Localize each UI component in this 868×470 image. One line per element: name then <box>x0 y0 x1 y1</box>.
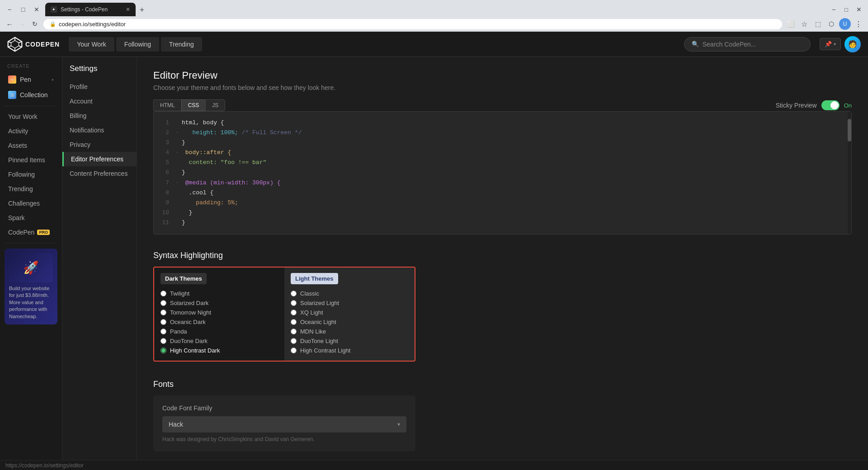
search-placeholder: Search CodePen... <box>703 41 756 48</box>
settings-nav-profile[interactable]: Profile <box>62 80 137 94</box>
theme-solarized-light[interactable]: Solarized Light <box>291 298 408 308</box>
theme-twilight-radio[interactable] <box>160 291 166 296</box>
sidebar-toggle-button[interactable]: ⬡ <box>826 18 837 30</box>
theme-classic-radio[interactable] <box>291 291 297 296</box>
win-minimize-button[interactable]: − <box>828 4 839 15</box>
sidebar-item-codepen[interactable]: CodePen PRO <box>5 226 57 239</box>
theme-high-contrast-light-radio[interactable] <box>291 348 297 353</box>
favorites-button[interactable]: ☆ <box>798 18 810 30</box>
html-tab-button[interactable]: HTML <box>153 99 181 111</box>
theme-panda[interactable]: Panda <box>160 327 278 336</box>
code-line-10: 10 } <box>161 208 844 218</box>
line-dot: · <box>175 128 179 138</box>
theme-oceanic-light[interactable]: Oceanic Light <box>291 317 408 327</box>
profile-avatar[interactable]: U <box>839 18 851 30</box>
line-num: 11 <box>161 218 169 228</box>
address-bar[interactable]: 🔒 codepen.io/settings/editor <box>43 19 782 29</box>
tab-title: Settings - CodePen <box>61 6 108 13</box>
sidebar-item-trending[interactable]: Trending <box>5 182 57 196</box>
pen-create-button[interactable]: ✏ Pen ▾ <box>5 72 57 87</box>
search-bar[interactable]: 🔍 Search CodePen... <box>684 37 811 52</box>
win-close-button[interactable]: ✕ <box>854 4 864 15</box>
tab-trending[interactable]: Trending <box>161 37 202 52</box>
win-restore-button[interactable]: □ <box>841 4 852 15</box>
theme-tomorrow-night[interactable]: Tomorrow Night <box>160 308 278 317</box>
theme-high-contrast-dark-radio[interactable] <box>160 348 166 353</box>
theme-solarized-light-radio[interactable] <box>291 300 297 306</box>
tab-your-work[interactable]: Your Work <box>69 37 114 52</box>
line-code: .cool { <box>182 188 213 198</box>
line-dot: · <box>175 148 179 158</box>
theme-oceanic-light-radio[interactable] <box>291 319 297 325</box>
codepen-logo[interactable]: CODEPEN <box>7 37 60 52</box>
sidebar-item-your-work[interactable]: Your Work <box>5 110 57 123</box>
sidebar-item-following[interactable]: Following <box>5 168 57 181</box>
address-bar-row: ← → ↻ 🔒 codepen.io/settings/editor ⬜ ☆ ⬚… <box>0 16 868 32</box>
sidebar-item-spark[interactable]: Spark <box>5 211 57 225</box>
code-font-label: Code Font Family <box>162 404 406 412</box>
settings-nav-billing[interactable]: Billing <box>62 108 137 123</box>
css-tab-button[interactable]: CSS <box>181 99 206 111</box>
theme-tomorrow-night-label: Tomorrow Night <box>170 309 211 316</box>
pin-button[interactable]: 📌 ▾ <box>820 38 841 50</box>
code-line-4: 4 · body::after { <box>161 148 844 158</box>
line-code: html, body { <box>182 118 224 128</box>
reload-button[interactable]: ↻ <box>29 18 41 30</box>
theme-mdn-like-radio[interactable] <box>291 329 297 334</box>
minimize-button[interactable]: − <box>4 4 15 15</box>
settings-nav-content-preferences[interactable]: Content Preferences <box>62 166 137 181</box>
js-tab-button[interactable]: JS <box>205 99 225 111</box>
maximize-button[interactable]: □ <box>17 4 29 15</box>
code-line-1: 1 html, body { <box>161 118 844 128</box>
theme-xq-light[interactable]: XQ Light <box>291 308 408 317</box>
ad-banner[interactable]: 🚀 Build your website for just $3.88/mth.… <box>5 249 57 324</box>
toggle-switch[interactable] <box>821 100 840 110</box>
settings-nav-privacy[interactable]: Privacy <box>62 137 137 152</box>
font-select-wrapper[interactable]: Hack ▾ <box>162 416 406 432</box>
theme-panda-radio[interactable] <box>160 329 166 334</box>
forward-button[interactable]: → <box>16 18 28 30</box>
user-avatar[interactable]: 🧑 <box>844 36 861 52</box>
settings-nav-account[interactable]: Account <box>62 94 137 108</box>
tab-following[interactable]: Following <box>116 37 159 52</box>
pen-label: Pen <box>20 76 31 83</box>
theme-mdn-like[interactable]: MDN Like <box>291 327 408 336</box>
settings-nav-notifications[interactable]: Notifications <box>62 123 137 137</box>
close-button[interactable]: ✕ <box>31 4 42 15</box>
scrollbar-track[interactable] <box>848 112 851 234</box>
sidebar-item-challenges[interactable]: Challenges <box>5 197 57 210</box>
sidebar-item-pinned-items[interactable]: Pinned Items <box>5 153 57 167</box>
sidebar-item-assets[interactable]: Assets <box>5 139 57 152</box>
line-code: } <box>182 138 185 148</box>
theme-xq-light-radio[interactable] <box>291 310 297 315</box>
tab-close-icon[interactable]: ✕ <box>126 6 130 13</box>
collection-create-button[interactable]: ⊞ Collection <box>5 88 57 102</box>
settings-nav-editor-preferences[interactable]: Editor Preferences <box>62 152 137 166</box>
line-num: 2 <box>161 128 169 138</box>
theme-solarized-dark-radio[interactable] <box>160 300 166 306</box>
theme-twilight[interactable]: Twilight <box>160 289 278 298</box>
theme-oceanic-dark-radio[interactable] <box>160 319 166 325</box>
theme-oceanic-dark[interactable]: Oceanic Dark <box>160 317 278 327</box>
line-code: content: "foo !== bar" <box>182 158 266 168</box>
code-line-11: 11 } <box>161 218 844 228</box>
theme-tomorrow-night-radio[interactable] <box>160 310 166 315</box>
theme-duotone-dark-radio[interactable] <box>160 338 166 344</box>
tab-groups-button[interactable]: ⬚ <box>812 18 824 30</box>
extensions-button[interactable]: ⬜ <box>785 18 797 30</box>
scrollbar-thumb[interactable] <box>848 119 851 141</box>
active-tab[interactable]: ✦ Settings - CodePen ✕ <box>45 3 136 16</box>
line-code: } <box>182 218 185 228</box>
theme-solarized-dark[interactable]: Solarized Dark <box>160 298 278 308</box>
theme-high-contrast-light[interactable]: High Contrast Light <box>291 346 408 355</box>
back-button[interactable]: ← <box>4 18 15 30</box>
new-tab-button[interactable]: + <box>136 4 148 16</box>
theme-high-contrast-dark[interactable]: High Contrast Dark <box>160 346 278 355</box>
theme-classic[interactable]: Classic <box>291 289 408 298</box>
sidebar-item-activity[interactable]: Activity <box>5 124 57 138</box>
theme-duotone-dark[interactable]: DuoTone Dark <box>160 336 278 346</box>
theme-duotone-light[interactable]: DuoTone Light <box>291 336 408 346</box>
browser-actions: ⬜ ☆ ⬚ ⬡ U ⋮ <box>785 18 864 30</box>
theme-duotone-light-radio[interactable] <box>291 338 297 344</box>
menu-button[interactable]: ⋮ <box>853 18 864 30</box>
